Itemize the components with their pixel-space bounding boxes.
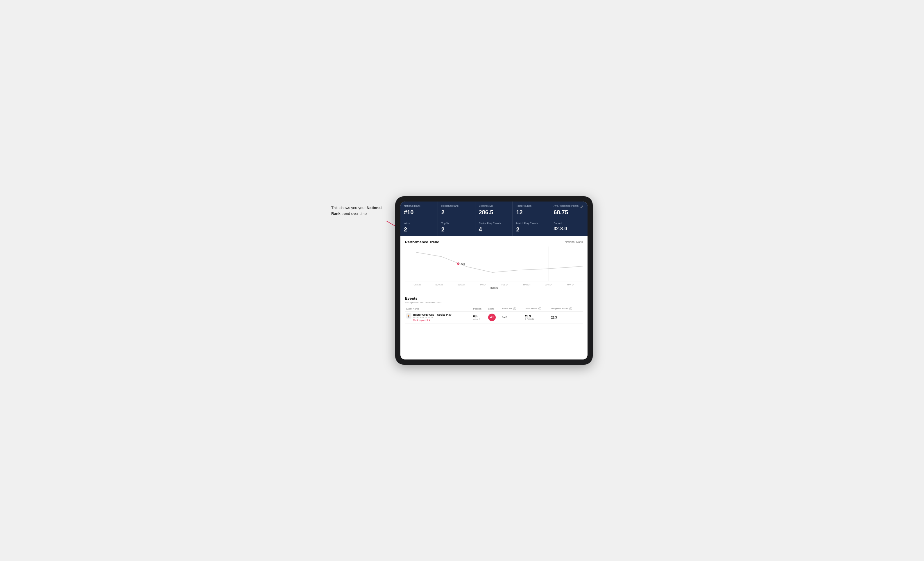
- col-total-points: Total Points i: [524, 306, 550, 311]
- rank-impact: Rank Impact: 3 ▼: [413, 319, 452, 322]
- perf-subtitle: National Rank: [565, 241, 583, 244]
- chart-col-nov: [428, 247, 450, 281]
- stat-record: Record 32-8-0: [550, 219, 588, 236]
- events-title: Events: [405, 296, 583, 301]
- x-label-apr: APR 24: [538, 284, 560, 286]
- events-section: Events Last updated: 24th November 2023 …: [400, 293, 588, 325]
- stat-regional-rank-label: Regional Rank: [441, 204, 472, 208]
- table-row: 🏌 Buster Cozy Cup – Stroke Play Oct 9 - …: [405, 311, 583, 323]
- chart-x-title: Months: [405, 286, 583, 289]
- stat-national-rank-label: National Rank: [404, 204, 434, 208]
- x-label-feb: FEB 24: [494, 284, 516, 286]
- col-event-sg: Event SG i: [501, 306, 524, 311]
- chart-col-feb: [494, 247, 516, 281]
- chart-col-apr: [538, 247, 560, 281]
- col-event-name: Event Name: [405, 306, 472, 311]
- stat-match-play: Match Play Events 2: [513, 219, 550, 236]
- event-total-points-cell: 28.3 3 Rounds: [524, 311, 550, 323]
- stat-match-play-label: Match Play Events: [516, 222, 546, 225]
- stat-scoring-avg-value: 286.5: [479, 209, 509, 216]
- chart-col-line-nov: [439, 247, 440, 281]
- stat-total-rounds-label: Total Rounds: [516, 204, 546, 208]
- chart-col-line-feb: [505, 247, 505, 281]
- events-table-header-row: Event Name Position Score Event SG i Tot…: [405, 306, 583, 311]
- events-table: Event Name Position Score Event SG i Tot…: [405, 306, 583, 323]
- rank-dot-label: #10: [460, 262, 465, 265]
- col-weighted-points: Weighted Points i: [550, 306, 583, 311]
- chart-col-oct: [406, 247, 428, 281]
- chart-col-line-mar: [527, 247, 527, 281]
- stat-national-rank: National Rank #10: [400, 202, 438, 218]
- chart-col-jan: [472, 247, 494, 281]
- stat-record-value: 32-8-0: [554, 226, 584, 232]
- event-weighted-points-cell: 28.3: [550, 311, 583, 323]
- x-label-may: MAY 24: [560, 284, 582, 286]
- perf-title: Performance Trend: [405, 240, 440, 244]
- stat-top3s: Top 3s 2: [438, 219, 476, 236]
- stat-total-rounds-value: 12: [516, 209, 546, 216]
- event-position-value: 6th: [473, 315, 486, 318]
- rank-dot: #10: [457, 262, 465, 265]
- tablet-screen: National Rank #10 Regional Rank 2 Scorin…: [400, 202, 588, 359]
- perf-header: Performance Trend National Rank: [405, 240, 583, 244]
- chart-col-may: [560, 247, 582, 281]
- stat-wins-label: Wins: [404, 222, 434, 225]
- event-name-wrap: 🏌 Buster Cozy Cup – Stroke Play Oct 9 - …: [406, 313, 471, 322]
- performance-trend-section: Performance Trend National Rank: [400, 236, 588, 293]
- event-sg-value: 0.45: [502, 316, 507, 319]
- stat-stroke-play: Stroke Play Events 4: [476, 219, 513, 236]
- stat-wins: Wins 2: [400, 219, 438, 236]
- event-name-cell: 🏌 Buster Cozy Cup – Stroke Play Oct 9 - …: [405, 311, 472, 323]
- stat-scoring-avg-label: Scoring Avg.: [479, 204, 509, 208]
- tablet-device: National Rank #10 Regional Rank 2 Scorin…: [395, 196, 593, 365]
- col-score: Score: [487, 306, 501, 311]
- stat-match-play-value: 2: [516, 226, 546, 233]
- stat-national-rank-value: #10: [404, 209, 434, 216]
- stat-scoring-avg: Scoring Avg. 286.5: [476, 202, 513, 218]
- chart-col-line-may: [571, 247, 571, 281]
- event-sg-cell: 0.45: [501, 311, 524, 323]
- event-golf-icon: 🏌: [406, 313, 411, 319]
- scene: This shows you your National Rank trend …: [331, 196, 593, 365]
- annotation-text: This shows you your National Rank trend …: [331, 205, 389, 216]
- stat-regional-rank-value: 2: [441, 209, 472, 216]
- event-date: Oct 9 - Oct 10, 2023: [413, 316, 452, 319]
- stat-total-rounds: Total Rounds 12: [513, 202, 550, 218]
- event-weighted-points-value: 28.3: [551, 316, 557, 319]
- stat-regional-rank: Regional Rank 2: [438, 202, 476, 218]
- rank-dot-circle: [457, 262, 459, 265]
- event-name-details: Buster Cozy Cup – Stroke Play Oct 9 - Oc…: [413, 313, 452, 322]
- x-label-nov: NOV 23: [428, 284, 450, 286]
- chart-col-line-jan: [483, 247, 483, 281]
- stat-top3s-value: 2: [441, 226, 472, 233]
- event-score-badge: -22: [488, 314, 496, 321]
- chart-col-line-apr: [549, 247, 549, 281]
- info-icon-total-points: i: [538, 307, 542, 310]
- x-label-dec: DEC 23: [450, 284, 472, 286]
- stat-avg-weighted-points: Avg. Weighted Points i 68.75: [550, 202, 588, 218]
- chart-col-line-oct: [417, 247, 417, 281]
- stat-record-label: Record: [554, 222, 584, 225]
- stat-avg-weighted-value: 68.75: [554, 209, 584, 216]
- stat-stroke-play-value: 4: [479, 226, 509, 233]
- info-icon-sg: i: [513, 307, 516, 310]
- chart-col-dec: #10: [450, 247, 472, 281]
- x-label-jan: JAN 24: [472, 284, 494, 286]
- chart-x-labels: OCT 23 NOV 23 DEC 23 JAN 24 FEB 24 MAR 2…: [405, 283, 583, 286]
- stats-row-2: Wins 2 Top 3s 2 Stroke Play Events 4 Mat…: [400, 219, 588, 236]
- info-icon-weighted-pts: i: [569, 307, 572, 310]
- event-total-points-value: 28.3: [525, 315, 549, 318]
- chart-columns: #10: [405, 247, 583, 281]
- chart-col-mar: [516, 247, 538, 281]
- stats-row-1: National Rank #10 Regional Rank 2 Scorin…: [400, 202, 588, 218]
- x-label-oct: OCT 23: [406, 284, 428, 286]
- event-score-cell: -22: [487, 311, 501, 323]
- rank-impact-arrow: ▼: [429, 319, 430, 322]
- stat-wins-value: 2: [404, 226, 434, 233]
- annotation-before: This shows you your: [331, 206, 367, 210]
- info-icon-avg-weighted: i: [580, 205, 583, 208]
- events-last-updated: Last updated: 24th November 2023: [405, 301, 583, 304]
- chart-area: #10: [405, 247, 583, 281]
- event-position-sub: out of 7: [473, 318, 486, 320]
- event-total-rounds: 3 Rounds: [525, 318, 549, 320]
